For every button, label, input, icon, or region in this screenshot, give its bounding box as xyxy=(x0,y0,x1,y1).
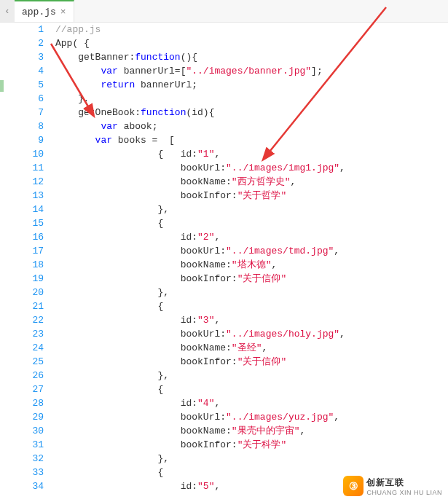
line-number: 29 xyxy=(0,410,44,424)
code-text: bookName: xyxy=(181,259,232,270)
line-number: 18 xyxy=(0,258,44,272)
line-number: 5 xyxy=(0,78,44,92)
code-string: "4" xyxy=(197,398,214,409)
line-number: 20 xyxy=(0,286,44,299)
code-text: { xyxy=(157,467,163,478)
line-number: 14 xyxy=(0,203,44,216)
line-number: 27 xyxy=(0,383,44,396)
code-keyword: var xyxy=(101,66,117,77)
tab-filename: app.js xyxy=(22,7,56,17)
code-text: , xyxy=(262,342,267,353)
line-number: 21 xyxy=(0,299,44,313)
code-text: , xyxy=(339,329,345,340)
line-number: 15 xyxy=(0,216,44,230)
code-text: bookName: xyxy=(181,425,232,436)
code-string: "../images/holy.jpg" xyxy=(226,329,339,340)
code-text: App( { xyxy=(55,38,90,49)
code-text: { xyxy=(157,384,163,395)
code-text: { xyxy=(157,301,163,312)
code-text: bannerUrl=[ xyxy=(118,66,186,77)
close-icon[interactable]: × xyxy=(60,7,66,17)
code-string: "西方哲学史" xyxy=(232,176,291,187)
line-number: 33 xyxy=(0,466,44,479)
code-text: bookName: xyxy=(181,176,232,187)
line-number: 34 xyxy=(0,479,44,493)
line-number: 4 xyxy=(0,64,44,78)
code-text: bookInfor: xyxy=(181,273,237,284)
line-number: 7 xyxy=(0,106,44,119)
tab-app-js[interactable]: app.js × xyxy=(15,0,74,22)
code-text: abook; xyxy=(118,121,158,132)
code-text: bookName: xyxy=(181,342,232,353)
watermark-en: CHUANG XIN HU LIAN xyxy=(366,489,442,496)
code-text: }, xyxy=(157,370,169,381)
code-string: "../images/tmd.jpg" xyxy=(226,246,334,256)
code-string: "关于信仰" xyxy=(237,273,287,284)
line-number: 16 xyxy=(0,230,44,244)
line-number: 8 xyxy=(0,119,44,133)
code-prop: getBanner xyxy=(78,52,129,63)
watermark: ③ 创新互联 CHUANG XIN HU LIAN xyxy=(343,476,442,496)
code-text: id: xyxy=(181,232,197,243)
line-number: 24 xyxy=(0,341,44,355)
code-text: books = [ xyxy=(112,135,175,146)
line-number: 22 xyxy=(0,313,44,327)
code-text: , xyxy=(290,176,296,187)
code-text: id: xyxy=(181,315,197,326)
line-number: 23 xyxy=(0,327,44,341)
code-text: }, xyxy=(157,287,169,298)
code-text: bookInfor: xyxy=(181,439,237,450)
line-number: 17 xyxy=(0,244,44,258)
watermark-text: 创新互联 CHUANG XIN HU LIAN xyxy=(366,476,442,496)
code-string: "2" xyxy=(197,232,214,243)
code-prop: getOneBook xyxy=(78,107,135,118)
line-number: 9 xyxy=(0,133,44,147)
code-text: , xyxy=(334,246,339,256)
line-number: 6 xyxy=(0,92,44,106)
line-number: 13 xyxy=(0,189,44,203)
code-string: "../images/yuz.jpg" xyxy=(226,412,334,423)
code-text: ]; xyxy=(311,66,323,77)
code-text: , xyxy=(334,412,339,423)
code-text: bookInfor: xyxy=(181,356,237,367)
line-number: 1 xyxy=(0,23,44,36)
code-text: id: xyxy=(181,481,197,492)
code-text: bookInfor: xyxy=(181,190,237,201)
code-text: bookUrl: xyxy=(181,162,226,173)
code-text: }, xyxy=(78,93,90,104)
watermark-cn: 创新互联 xyxy=(366,476,442,489)
code-area: //app.js App( { getBanner:function(){ va… xyxy=(55,23,345,493)
code-string: "塔木德" xyxy=(232,259,272,270)
code-text: }, xyxy=(157,453,169,464)
code-string: "3" xyxy=(197,315,214,326)
code-text: bookUrl: xyxy=(181,412,226,423)
watermark-badge-icon: ③ xyxy=(343,476,363,496)
code-text: }, xyxy=(157,204,169,215)
tab-scroll-left[interactable]: ‹ xyxy=(0,0,15,22)
code-text: , xyxy=(214,315,220,326)
code-keyword: function xyxy=(135,52,180,63)
code-text: { xyxy=(157,218,163,229)
code-text: , xyxy=(214,398,220,409)
code-string: "果壳中的宇宙" xyxy=(232,425,300,436)
code-keyword: function xyxy=(141,107,186,118)
code-editor[interactable]: 1234567891011121314151617181920212223242… xyxy=(0,23,448,493)
line-number: 26 xyxy=(0,369,44,383)
line-number: 12 xyxy=(0,175,44,189)
code-text: , xyxy=(214,149,220,160)
line-number: 2 xyxy=(0,36,44,50)
code-text: , xyxy=(271,259,277,270)
code-text: { id: xyxy=(157,149,197,160)
code-string: "关于信仰" xyxy=(237,356,287,367)
editor-tab-bar: ‹ app.js × xyxy=(0,0,448,23)
code-text: bookUrl: xyxy=(181,329,226,340)
code-comment: //app.js xyxy=(55,24,101,35)
code-string: "关于哲学" xyxy=(237,190,287,201)
line-number: 30 xyxy=(0,424,44,438)
code-keyword: return xyxy=(101,79,135,90)
code-text: (id){ xyxy=(186,107,214,118)
code-text: bookUrl: xyxy=(181,246,226,256)
line-number: 19 xyxy=(0,272,44,286)
line-number: 31 xyxy=(0,438,44,452)
code-string: "5" xyxy=(197,481,214,492)
